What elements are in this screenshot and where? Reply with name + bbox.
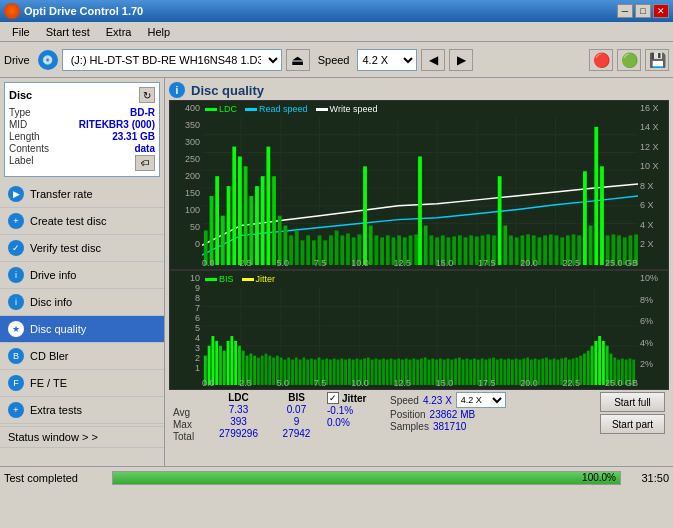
status-window-label: Status window > >	[8, 431, 98, 443]
menu-bar: File Start test Extra Help	[0, 22, 673, 42]
bis-header: BIS	[288, 392, 305, 403]
cd-bler-icon: B	[8, 348, 24, 364]
start-buttons: Start full Start part	[600, 392, 665, 434]
drive-info-label: Drive info	[30, 269, 76, 281]
close-button[interactable]: ✕	[653, 4, 669, 18]
create-test-disc-label: Create test disc	[30, 215, 106, 227]
save-button[interactable]: 💾	[645, 49, 669, 71]
jitter-stats-col: ✓ Jitter -0.1% 0.0%	[327, 392, 382, 429]
sidebar-item-extra-tests[interactable]: + Extra tests	[0, 397, 164, 424]
ldc-max: 393	[230, 416, 247, 427]
top-chart-x-labels: 0.0 2.5 5.0 7.5 10.0 12.5 15.0 17.5 20.0…	[202, 258, 638, 268]
disc-refresh-button[interactable]: ↻	[139, 87, 155, 103]
jitter-legend-label: Jitter	[256, 274, 276, 284]
speed-select[interactable]: 4.2 X	[357, 49, 417, 71]
ldc-header: LDC	[228, 392, 249, 403]
disc-mid-row: MID RITEKBR3 (000)	[9, 119, 155, 130]
disc-quality-icon: ★	[8, 321, 24, 337]
ldc-legend-label: LDC	[219, 104, 237, 114]
speed-position-col: Speed 4.23 X 4.2 X Position 23862 MB Sam…	[390, 392, 592, 432]
disc-contents-label: Contents	[9, 143, 49, 154]
ldc-avg: 7.33	[229, 404, 248, 415]
disc-quality-label: Disc quality	[30, 323, 86, 335]
sidebar-item-cd-bler[interactable]: B CD Bler	[0, 343, 164, 370]
jitter-checkbox-row: ✓ Jitter	[327, 392, 382, 404]
disc-type-label: Type	[9, 107, 31, 118]
drive-select[interactable]: (J:) HL-DT-ST BD-RE WH16NS48 1.D3	[62, 49, 282, 71]
progress-bar: 100.0%	[112, 471, 621, 485]
write-speed-legend-label: Write speed	[330, 104, 378, 114]
menu-extra[interactable]: Extra	[98, 24, 140, 40]
menu-file[interactable]: File	[4, 24, 38, 40]
disc-length-value: 23.31 GB	[112, 131, 155, 142]
speed-right-button[interactable]: ▶	[449, 49, 473, 71]
ldc-legend: LDC	[205, 104, 237, 114]
speed-left-button[interactable]: ◀	[421, 49, 445, 71]
sidebar-item-verify-test-disc[interactable]: ✓ Verify test disc	[0, 235, 164, 262]
main-layout: Disc ↻ Type BD-R MID RITEKBR3 (000) Leng…	[0, 78, 673, 466]
top-chart-y-labels-right: 16 X 14 X 12 X 10 X 8 X 6 X 4 X 2 X	[638, 101, 668, 251]
disc-contents-value: data	[134, 143, 155, 154]
top-chart: LDC Read speed Write speed 400 350 30	[169, 100, 669, 270]
disc-type-value: BD-R	[130, 107, 155, 118]
disc-label-label: Label	[9, 155, 33, 171]
bottom-chart: BIS Jitter 10 9 8 7 6 5 4 3	[169, 270, 669, 390]
sidebar-item-disc-info[interactable]: i Disc info	[0, 289, 164, 316]
svg-rect-20	[210, 196, 214, 265]
settings-button2[interactable]: 🟢	[617, 49, 641, 71]
sidebar-item-disc-quality[interactable]: ★ Disc quality	[0, 316, 164, 343]
bis-legend-label: BIS	[219, 274, 234, 284]
extra-tests-icon: +	[8, 402, 24, 418]
speed-label: Speed	[318, 54, 350, 66]
svg-rect-88	[594, 127, 598, 265]
jitter-legend: Jitter	[242, 274, 276, 284]
bis-max: 9	[294, 416, 300, 427]
menu-help[interactable]: Help	[139, 24, 178, 40]
read-speed-legend-label: Read speed	[259, 104, 308, 114]
samples-value: 381710	[433, 421, 466, 432]
jitter-header: Jitter	[342, 393, 366, 404]
jitter-avg: -0.1%	[327, 405, 382, 416]
sidebar-item-transfer-rate[interactable]: ▶ Transfer rate	[0, 181, 164, 208]
menu-start-test[interactable]: Start test	[38, 24, 98, 40]
ldc-stats-col: LDC 7.33 393 2799296	[211, 392, 266, 439]
transfer-rate-icon: ▶	[8, 186, 24, 202]
maximize-button[interactable]: □	[635, 4, 651, 18]
drive-label: Drive	[4, 54, 30, 66]
stats-row-labels: Avg Max Total	[173, 392, 203, 442]
eject-button[interactable]: ⏏	[286, 49, 310, 71]
verify-test-disc-icon: ✓	[8, 240, 24, 256]
disc-info-icon: i	[8, 294, 24, 310]
speed-stat-select[interactable]: 4.2 X	[456, 392, 506, 408]
disc-mid-value: RITEKBR3 (000)	[79, 119, 155, 130]
samples-label: Samples	[390, 421, 429, 432]
bottom-chart-legend: BIS Jitter	[205, 274, 275, 284]
svg-rect-27	[249, 196, 253, 265]
svg-rect-23	[227, 186, 231, 265]
settings-button1[interactable]: 🔴	[589, 49, 613, 71]
speed-stat-label: Speed	[390, 395, 419, 406]
disc-info-panel: Disc ↻ Type BD-R MID RITEKBR3 (000) Leng…	[4, 82, 160, 177]
top-chart-y-labels-left: 400 350 300 250 200 150 100 50 0	[170, 101, 202, 251]
minimize-button[interactable]: ─	[617, 4, 633, 18]
svg-rect-30	[266, 147, 270, 265]
sidebar-item-create-test-disc[interactable]: + Create test disc	[0, 208, 164, 235]
start-full-button[interactable]: Start full	[600, 392, 665, 412]
disc-info-label: Disc info	[30, 296, 72, 308]
svg-rect-89	[600, 166, 604, 265]
content-area: i Disc quality LDC Read speed	[165, 78, 673, 466]
svg-rect-57	[418, 156, 422, 265]
status-window-button[interactable]: Status window > >	[0, 426, 164, 448]
write-speed-legend-color	[316, 108, 328, 111]
transfer-rate-label: Transfer rate	[30, 188, 93, 200]
jitter-checkbox[interactable]: ✓	[327, 392, 339, 404]
avg-label: Avg	[173, 407, 203, 418]
sidebar-item-drive-info[interactable]: i Drive info	[0, 262, 164, 289]
disc-label-row: Label 🏷	[9, 155, 155, 171]
disc-label-button[interactable]: 🏷	[135, 155, 155, 171]
drive-icon: 💿	[38, 50, 58, 70]
sidebar-item-fe-te[interactable]: F FE / TE	[0, 370, 164, 397]
svg-rect-25	[238, 156, 242, 265]
start-part-button[interactable]: Start part	[600, 414, 665, 434]
bis-stats-col: BIS 0.07 9 27942	[274, 392, 319, 439]
